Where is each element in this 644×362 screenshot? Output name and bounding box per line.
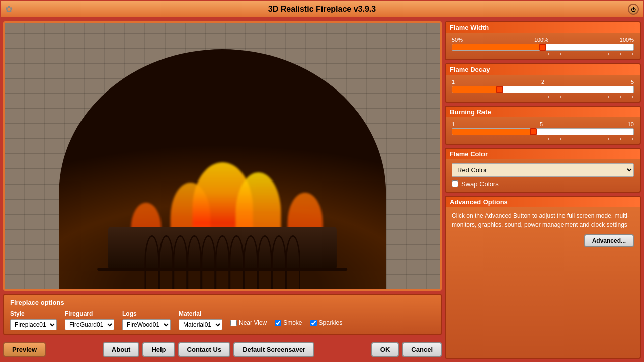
style-select[interactable]: Fireplace01 Fireplace02 Fireplace03	[10, 319, 57, 330]
near-view-group: Near View	[230, 319, 267, 326]
fireguard-label: Fireguard	[65, 310, 114, 317]
sparkles-checkbox[interactable]	[310, 320, 317, 326]
grate-bar	[144, 235, 159, 289]
flame-decay-labels: 1 2 5	[452, 79, 634, 85]
grate-bar	[201, 235, 216, 289]
burning-rate-min: 1	[452, 121, 455, 127]
flame-width-title: Flame Width	[446, 22, 640, 33]
sparkles-group: Sparkles	[310, 319, 343, 326]
flame-color-select[interactable]: Red Color Blue Color Green Color Purple …	[452, 163, 634, 177]
smoke-label: Smoke	[283, 319, 302, 326]
grate-bar	[158, 235, 174, 289]
flame-width-min: 50%	[452, 37, 463, 43]
smoke-checkbox[interactable]	[275, 320, 281, 326]
material-label: Material	[179, 310, 222, 317]
center-buttons: About Help Contact Us Default Screensave…	[103, 342, 314, 357]
smoke-group: Smoke	[275, 319, 302, 326]
fireguard	[84, 229, 361, 289]
burning-rate-ticks	[452, 138, 634, 140]
style-group: Style Fireplace01 Fireplace02 Fireplace0…	[10, 310, 57, 330]
help-button[interactable]: Help	[142, 342, 175, 357]
contact-us-button[interactable]: Contact Us	[178, 342, 231, 357]
flame-decay-title: Flame Decay	[446, 64, 640, 75]
burning-rate-max: 10	[628, 121, 634, 127]
flame-decay-max: 5	[631, 79, 634, 85]
swap-colors-checkbox[interactable]	[452, 180, 458, 187]
fireguard-select[interactable]: FireGuard01 FireGuard02 None	[65, 319, 114, 330]
title-bar: ✿ 3D Realistic Fireplace v3.9.3 ⏻	[0, 0, 644, 18]
ok-button[interactable]: OK	[371, 342, 399, 357]
grate-bar	[285, 235, 300, 289]
fireplace-options-panel: Fireplace options Style Fireplace01 Fire…	[3, 294, 442, 335]
cancel-button[interactable]: Cancel	[402, 342, 442, 357]
grate-bar	[243, 235, 258, 289]
options-title: Fireplace options	[10, 299, 435, 306]
preview-button[interactable]: Preview	[3, 342, 46, 357]
grate-bar	[187, 235, 202, 289]
grate-bar	[257, 235, 272, 289]
burning-rate-slider[interactable]	[452, 128, 634, 135]
grate-bar	[229, 235, 244, 289]
about-button[interactable]: About	[103, 342, 140, 357]
burning-rate-title: Burning Rate	[446, 107, 640, 117]
advanced-button[interactable]: Advanced...	[584, 234, 634, 247]
sparkles-label: Sparkles	[319, 319, 343, 326]
flame-color-title: Flame Color	[446, 149, 640, 159]
flame-decay-section: Flame Decay 1 2 5	[445, 63, 641, 103]
advanced-options-title: Advanced Options	[446, 197, 640, 207]
logs-label: Logs	[122, 310, 171, 317]
grate-bar	[173, 235, 188, 289]
flame-decay-min: 1	[452, 79, 455, 85]
burning-rate-slider-container	[452, 128, 634, 137]
flame-width-section: Flame Width 50% 100% 100%	[445, 21, 641, 60]
ok-cancel-buttons: OK Cancel	[371, 342, 442, 357]
window-title: 3D Realistic Fireplace v3.9.3	[268, 5, 376, 14]
left-panel: Fireplace options Style Fireplace01 Fire…	[3, 21, 442, 359]
flame-decay-mid: 2	[541, 79, 544, 85]
near-view-checkbox[interactable]	[230, 320, 237, 326]
flame-width-ticks	[452, 53, 634, 55]
flame-width-slider-container	[452, 44, 634, 52]
fireguard-group: Fireguard FireGuard01 FireGuard02 None	[65, 310, 114, 330]
right-panel: Flame Width 50% 100% 100% Flame Decay 1 …	[445, 21, 641, 359]
advanced-description: Click on the Advanced Button to adjust t…	[452, 211, 634, 229]
grate-horizontal	[98, 268, 348, 271]
style-label: Style	[10, 310, 57, 317]
logs-select[interactable]: FireWood01 FireWood02 None	[122, 319, 171, 330]
flame-width-slider[interactable]	[452, 44, 634, 51]
burning-rate-labels: 1 5 10	[452, 121, 634, 127]
logs-group: Logs FireWood01 FireWood02 None	[122, 310, 171, 330]
flame-decay-slider-container	[452, 86, 634, 95]
power-button[interactable]: ⏻	[628, 4, 639, 15]
swap-colors-label: Swap Colors	[461, 180, 499, 188]
default-screensaver-button[interactable]: Default Screensaver	[233, 342, 314, 357]
main-content: Fireplace options Style Fireplace01 Fire…	[0, 18, 644, 362]
burning-rate-section: Burning Rate 1 5 10	[445, 106, 641, 145]
swap-colors-row: Swap Colors	[452, 180, 634, 188]
flame-width-labels: 50% 100% 100%	[452, 37, 634, 43]
grate-bar	[215, 235, 230, 289]
near-view-label: Near View	[239, 319, 267, 326]
flame-width-max: 100%	[620, 37, 634, 43]
flame-color-section: Flame Color Red Color Blue Color Green C…	[445, 148, 641, 193]
window-icon: ✿	[5, 4, 13, 15]
grate-bar	[271, 235, 286, 289]
flame-decay-slider[interactable]	[452, 86, 634, 93]
bottom-buttons: Preview About Help Contact Us Default Sc…	[3, 340, 442, 359]
flame-decay-ticks	[452, 96, 634, 98]
material-select[interactable]: Material01 Material02 Material03	[179, 319, 222, 330]
fireplace-display	[3, 21, 442, 291]
options-controls: Style Fireplace01 Fireplace02 Fireplace0…	[10, 310, 435, 330]
flame-width-mid: 100%	[534, 37, 548, 43]
material-group: Material Material01 Material02 Material0…	[179, 310, 222, 330]
advanced-options-section: Advanced Options Click on the Advanced B…	[445, 196, 641, 359]
title-bar-buttons[interactable]: ⏻	[628, 4, 639, 15]
burning-rate-mid: 5	[540, 121, 543, 127]
